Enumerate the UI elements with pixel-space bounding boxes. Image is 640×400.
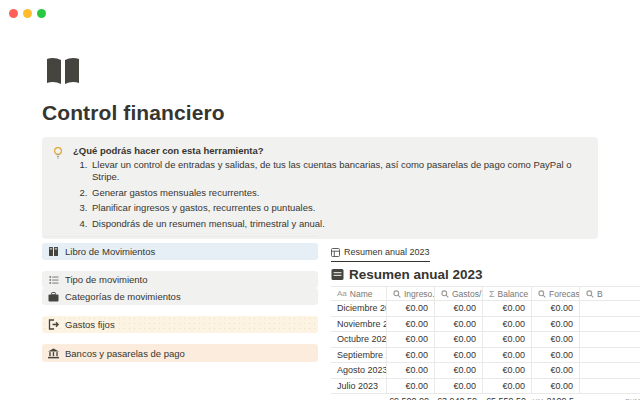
minimize-button[interactable] [23,9,32,18]
row-value-cell[interactable]: €0.00 [532,317,580,332]
row-value-cell[interactable]: €0.00 [435,317,483,332]
row-value-cell[interactable] [580,301,640,316]
database-title-row: Resumen anual 2023 [331,266,640,283]
column-header-balance[interactable]: Σ Balance [483,287,532,300]
table-row[interactable]: Octubre 2023 €0.00 €0.00 €0.00 €0.00 [331,332,640,348]
linked-view-label: Libro de Movimientos [65,246,155,257]
row-value-cell[interactable]: €0.00 [532,363,580,378]
calc-cell[interactable]: SUM [580,394,640,400]
table-header-row: Aa Name Ingreso... Gastos/ ... Σ Balance… [331,287,640,301]
column-header-forecast[interactable]: Forecast [532,287,580,300]
table-row[interactable]: Agosto 2023 €0.00 €0.00 €0.00 €0.00 [331,363,640,379]
calc-cell[interactable]: SUM €9,500.00 [387,394,435,400]
row-value-cell[interactable]: €0.00 [387,332,435,347]
open-book-icon[interactable] [45,56,81,86]
row-value-cell[interactable] [580,379,640,394]
calc-cell[interactable]: SUM 2109.5 [532,394,580,400]
title-property-icon: Aa [337,289,347,298]
lightbulb-icon [52,145,64,230]
table-calc-row: SUM €9,500.00 SUM -€3,940.50 SUM €5,559.… [331,394,640,400]
linked-view-label: Tipo de movimiento [65,274,148,285]
table-row[interactable]: Septiembre 2023 €0.00 €0.00 €0.00 €0.00 [331,348,640,364]
row-value-cell[interactable]: €0.00 [532,348,580,363]
row-value-cell[interactable] [580,317,640,332]
row-value-cell[interactable]: €0.00 [387,348,435,363]
row-value-cell[interactable]: €0.00 [483,317,532,332]
row-value-cell[interactable]: €0.00 [532,301,580,316]
row-value-cell[interactable]: €0.00 [387,379,435,394]
linked-view-tipo-de-movimiento[interactable]: Tipo de movimiento [42,271,318,288]
row-value-cell[interactable]: €0.00 [435,348,483,363]
callout-list-item: Llevar un control de entradas y salidas,… [90,159,588,183]
row-value-cell[interactable] [580,363,640,378]
formula-icon: Σ [489,289,495,299]
calc-cell[interactable] [331,394,387,400]
row-value-cell[interactable]: €0.00 [532,332,580,347]
callout-heading: ¿Qué podrás hacer con esta herramienta? [73,145,588,157]
linked-view-label: Gastos fijos [65,319,115,330]
briefcase-icon [48,291,59,302]
linked-view-label: Bancos y pasarelas de pago [65,348,185,359]
list-icon [48,274,59,285]
row-value-cell[interactable]: €0.00 [483,348,532,363]
row-value-cell[interactable]: €0.00 [435,332,483,347]
row-value-cell[interactable]: €0.00 [387,363,435,378]
row-name-cell[interactable]: Septiembre 2023 [331,348,387,363]
table-view-icon [331,248,340,257]
zoom-button[interactable] [37,9,46,18]
row-name-cell[interactable]: Julio 2023 [331,379,387,394]
row-name-cell[interactable]: Octubre 2023 [331,332,387,347]
row-value-cell[interactable]: €0.00 [532,379,580,394]
row-value-cell[interactable]: €0.00 [387,317,435,332]
rollup-icon [538,290,546,298]
column-header-gastos[interactable]: Gastos/ ... [435,287,483,300]
row-value-cell[interactable]: €0.00 [483,332,532,347]
row-name-cell[interactable]: Diciembre 2023 [331,301,387,316]
database-panel: Resumen anual 2023 Resumen anual 2023 Aa… [331,246,640,400]
column-header-ingresos[interactable]: Ingreso... [387,287,435,300]
callout-list: Llevar un control de entradas y salidas,… [73,159,588,230]
calc-cell[interactable]: SUM €5,559.50 [483,394,532,400]
linked-view-bancos-y-pasarelas[interactable]: Bancos y pasarelas de pago [42,344,318,362]
close-button[interactable] [9,9,18,18]
linked-view-libro-de-movimientos[interactable]: Libro de Movimientos [42,243,318,260]
row-value-cell[interactable] [580,348,640,363]
books-icon [48,246,59,257]
database-title: Resumen anual 2023 [349,267,483,282]
callout-content: ¿Qué podrás hacer con esta herramienta? … [73,145,588,230]
rollup-icon [441,290,449,298]
linked-view-categorias-de-movimientos[interactable]: Categorías de movimientos [42,288,318,305]
column-header-b[interactable]: B [580,287,640,300]
row-value-cell[interactable]: €0.00 [435,301,483,316]
column-header-name[interactable]: Aa Name [331,287,387,300]
callout-list-item: Dispondrás de un resumen mensual, trimes… [90,218,588,230]
row-value-cell[interactable]: €0.00 [483,301,532,316]
notion-page: { "window": { "controls": { "close_color… [0,0,640,400]
calc-cell[interactable]: SUM -€3,940.50 [435,394,483,400]
row-value-cell[interactable]: €0.00 [435,379,483,394]
page-title: Control financiero [42,101,225,125]
row-value-cell[interactable]: €0.00 [387,301,435,316]
table-row[interactable]: Noviembre 2023 €0.00 €0.00 €0.00 €0.00 [331,317,640,333]
journal-icon [331,268,344,281]
row-value-cell[interactable]: €0.00 [483,379,532,394]
exit-arrow-icon [48,319,59,330]
callout-list-item: Generar gastos mensuales recurrentes. [90,187,588,199]
callout: ¿Qué podrás hacer con esta herramienta? … [42,137,598,239]
table-row[interactable]: Diciembre 2023 €0.00 €0.00 €0.00 €0.00 [331,301,640,317]
linked-view-gastos-fijos[interactable]: Gastos fijos [42,316,318,333]
bank-icon [48,348,59,359]
linked-view-label: Categorías de movimientos [65,291,181,302]
window-controls [9,9,46,18]
row-name-cell[interactable]: Noviembre 2023 [331,317,387,332]
view-tabs: Resumen anual 2023 [331,246,640,262]
row-value-cell[interactable]: €0.00 [483,363,532,378]
table-row[interactable]: Julio 2023 €0.00 €0.00 €0.00 €0.00 [331,379,640,395]
row-name-cell[interactable]: Agosto 2023 [331,363,387,378]
rollup-icon [393,290,401,298]
row-value-cell[interactable]: €0.00 [435,363,483,378]
row-value-cell[interactable] [580,332,640,347]
rollup-icon [586,290,594,298]
view-tab-resumen-anual[interactable]: Resumen anual 2023 [331,246,430,262]
summary-table: Aa Name Ingreso... Gastos/ ... Σ Balance… [331,286,640,400]
